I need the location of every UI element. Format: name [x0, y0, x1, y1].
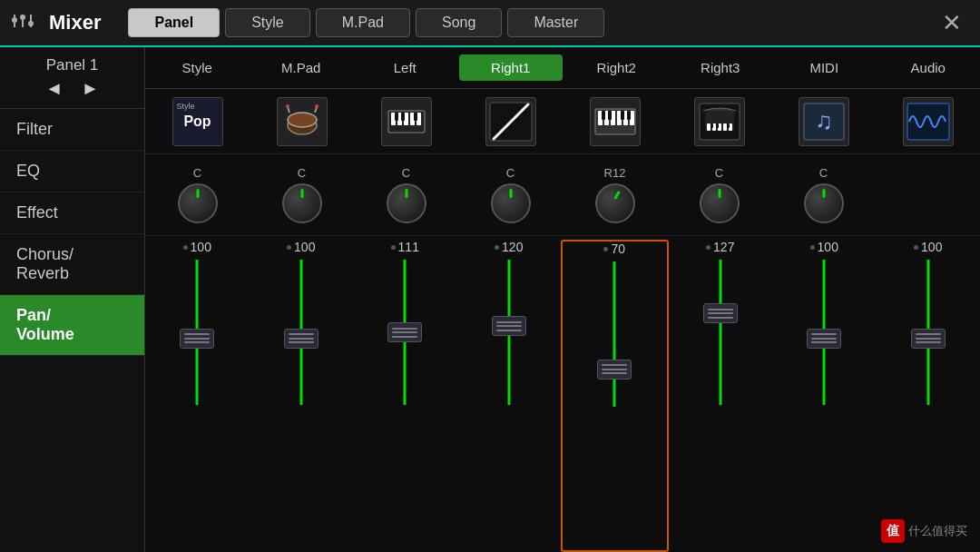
filter-cell-midi: C [771, 166, 876, 223]
sidebar-item-filter[interactable]: Filter [0, 109, 144, 151]
fader-handle-0[interactable] [180, 329, 214, 349]
svg-rect-31 [602, 111, 605, 120]
instrument-cell-right2[interactable] [563, 93, 667, 151]
filter-cell-right2: R12 [563, 166, 667, 223]
volume-row: 10010011112070127100100 [145, 236, 980, 552]
instrument-cell-left[interactable] [354, 93, 458, 151]
svg-rect-43 [716, 123, 719, 128]
instrument-thumb-style: Style Pop [172, 97, 223, 146]
top-bar: Mixer Panel Style M.Pad Song Master ✕ [0, 0, 980, 47]
sidebar-item-chorus-reverb[interactable]: Chorus/ Reverb [0, 234, 144, 295]
instrument-thumb-right3 [694, 97, 745, 146]
svg-point-11 [286, 104, 289, 108]
volume-cell-1[interactable]: 100 [250, 240, 354, 552]
instrument-cell-right3[interactable] [667, 93, 771, 151]
filter-cell-right3: C [667, 166, 771, 223]
volume-cell-3[interactable]: 120 [457, 240, 562, 552]
instrument-thumb-midi: ♫ [799, 97, 849, 146]
watermark-text: 什么值得买 [908, 523, 967, 539]
tab-song[interactable]: Song [416, 8, 502, 37]
sidebar-items: Filter EQ Effect Chorus/ Reverb Pan/ Vol… [0, 109, 144, 552]
svg-rect-19 [395, 113, 398, 121]
instrument-thumb-right1 [485, 97, 536, 146]
panel-prev-button[interactable]: ◄ [45, 78, 64, 99]
svg-point-1 [12, 17, 17, 23]
panel-next-button[interactable]: ► [82, 78, 100, 99]
filter-label-right1: C [506, 166, 514, 180]
instrument-thumb-drums [277, 97, 328, 146]
fader-handle-7[interactable] [911, 329, 946, 349]
svg-point-3 [20, 15, 25, 20]
volume-cell-6[interactable]: 100 [772, 240, 877, 552]
svg-point-5 [28, 21, 34, 26]
knob-right2[interactable] [595, 183, 635, 223]
knob-right1[interactable] [491, 183, 531, 223]
svg-rect-20 [401, 113, 405, 121]
tab-panel[interactable]: Panel [128, 8, 220, 37]
tab-style[interactable]: Style [225, 8, 310, 37]
instrument-cell-right1[interactable] [458, 93, 563, 151]
filter-cell-right1: C [458, 166, 563, 223]
svg-rect-33 [621, 111, 624, 120]
fader-handle-5[interactable] [703, 303, 738, 323]
fader-handle-6[interactable] [807, 329, 841, 349]
svg-rect-42 [710, 123, 713, 128]
sidebar-item-eq[interactable]: EQ [0, 151, 144, 192]
mixer-title: Mixer [49, 11, 101, 34]
ch-header-style[interactable]: Style [145, 54, 250, 81]
svg-rect-37 [707, 123, 710, 131]
filter-label-style: C [193, 166, 201, 180]
instrument-cell-midi[interactable]: ♫ [771, 93, 876, 151]
svg-text:♫: ♫ [815, 107, 833, 134]
knob-left[interactable] [387, 183, 426, 223]
instrument-cell-style[interactable]: Style Pop [145, 93, 250, 151]
panel-nav: ◄ ► [0, 78, 144, 109]
fader-handle-2[interactable] [387, 322, 422, 342]
mixer-icon [11, 11, 34, 35]
instrument-cell-mpad[interactable] [250, 93, 354, 151]
ch-header-audio[interactable]: Audio [877, 54, 981, 81]
svg-point-12 [315, 104, 318, 108]
sidebar-item-pan-volume[interactable]: Pan/ Volume [0, 295, 144, 356]
fader-handle-4[interactable] [597, 360, 632, 380]
volume-cell-5[interactable]: 127 [669, 240, 773, 552]
volume-cell-7[interactable]: 100 [877, 240, 981, 552]
knob-style[interactable] [178, 183, 218, 223]
volume-cell-2[interactable]: 111 [353, 240, 457, 552]
fader-handle-1[interactable] [284, 329, 318, 349]
main-layout: Panel 1 ◄ ► Filter EQ Effect Chorus/ Rev… [0, 47, 980, 552]
knob-right3[interactable] [700, 183, 740, 223]
instrument-thumb-keyboard [381, 97, 432, 146]
svg-rect-40 [723, 123, 727, 131]
panel-label: Panel 1 [0, 47, 144, 78]
style-label: Style [177, 102, 195, 111]
tab-master[interactable]: Master [507, 8, 604, 37]
filter-label-right3: C [715, 166, 723, 180]
knob-midi[interactable] [804, 183, 844, 223]
fader-handle-3[interactable] [492, 316, 526, 336]
filter-cell-mpad: C [250, 166, 354, 223]
channel-headers-row: Style M.Pad Left Right1 Right2 Right3 MI… [145, 47, 980, 89]
ch-header-right1[interactable]: Right1 [459, 54, 564, 81]
tab-mpad[interactable]: M.Pad [316, 8, 410, 37]
instrument-thumb-right2 [590, 97, 641, 146]
knob-mpad[interactable] [282, 183, 322, 223]
svg-rect-47 [907, 104, 949, 140]
svg-rect-21 [414, 113, 417, 121]
ch-header-left[interactable]: Left [353, 54, 457, 81]
close-button[interactable]: ✕ [935, 9, 969, 37]
instrument-cell-audio[interactable] [876, 93, 980, 151]
ch-header-mpad[interactable]: M.Pad [250, 54, 354, 81]
ch-header-midi[interactable]: MIDI [772, 54, 877, 81]
watermark: 值 什么值得买 [881, 519, 967, 543]
volume-cell-4[interactable]: 70 [561, 240, 669, 552]
volume-cell-0[interactable]: 100 [145, 240, 250, 552]
filter-row: C C C C R12 C [145, 154, 980, 236]
ch-header-right2[interactable]: Right2 [564, 54, 669, 81]
filter-label-mpad: C [298, 166, 306, 180]
filter-cell-left: C [354, 166, 458, 223]
sidebar: Panel 1 ◄ ► Filter EQ Effect Chorus/ Rev… [0, 47, 145, 552]
svg-rect-44 [727, 123, 730, 128]
ch-header-right3[interactable]: Right3 [669, 54, 773, 81]
sidebar-item-effect[interactable]: Effect [0, 192, 144, 234]
